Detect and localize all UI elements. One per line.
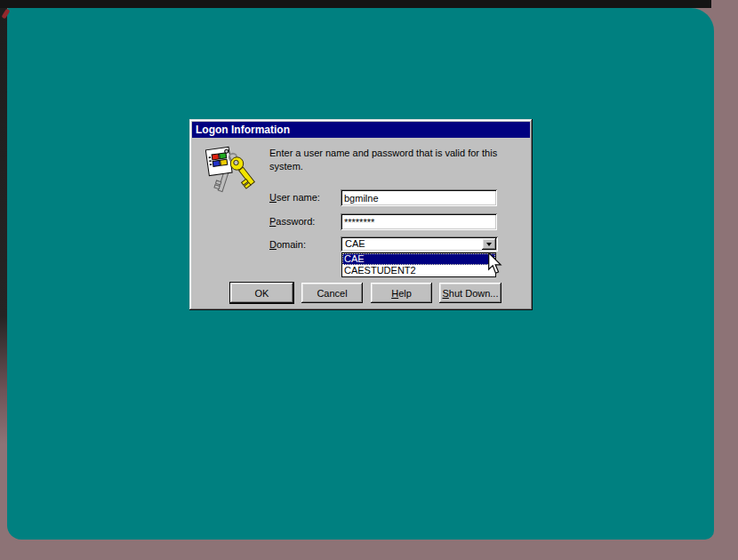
instruction-text: Enter a user name and password that is v…	[269, 147, 497, 173]
domain-combobox-value: CAE	[345, 239, 365, 249]
monitor-bezel-left	[0, 8, 7, 540]
logon-key-icon	[205, 144, 261, 204]
domain-dropdown-list: CAE CAESTUDENT2	[341, 252, 496, 277]
domain-option-selected[interactable]: CAE	[342, 253, 495, 265]
domain-combobox[interactable]: CAE	[341, 236, 498, 252]
dialog-title: Logon Information	[196, 124, 290, 136]
username-field	[341, 189, 497, 206]
password-field	[341, 213, 497, 230]
monitor-bezel-top	[0, 0, 711, 8]
password-label: Password:	[269, 216, 315, 227]
logon-dialog: Logon Information	[189, 119, 533, 310]
cancel-button[interactable]: Cancel	[301, 283, 363, 303]
chevron-down-icon	[486, 243, 492, 246]
help-button[interactable]: Help	[371, 283, 432, 303]
domain-label: Domain:	[269, 239, 306, 250]
dialog-titlebar[interactable]: Logon Information	[192, 122, 530, 138]
mouse-cursor-icon	[488, 252, 503, 275]
domain-option[interactable]: CAESTUDENT2	[342, 265, 495, 276]
password-input[interactable]	[343, 215, 493, 228]
username-label: User name:	[269, 192, 320, 203]
desktop: Logon Information	[0, 0, 738, 560]
instruction-line2: system.	[269, 160, 497, 173]
ok-button[interactable]: OK	[229, 282, 294, 304]
instruction-line1: Enter a user name and password that is v…	[269, 147, 497, 160]
domain-dropdown-button[interactable]	[482, 238, 496, 250]
shutdown-button[interactable]: Shut Down...	[439, 283, 501, 303]
username-input[interactable]	[343, 191, 493, 204]
